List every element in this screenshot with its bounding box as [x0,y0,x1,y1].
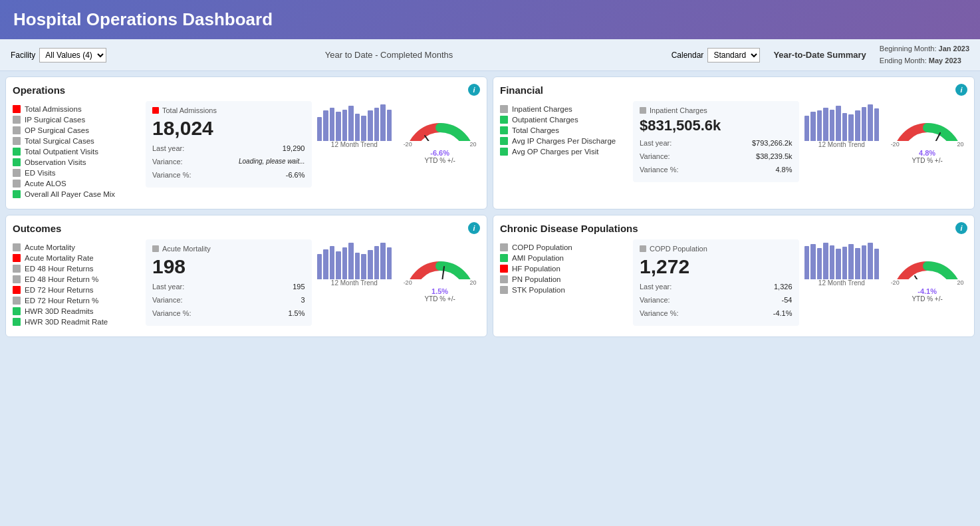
legend-item-ed-visits[interactable]: ED Visits [13,168,146,178]
chronic-panel: Chronic Disease Populations i COPD Popul… [493,215,975,337]
outcomes-metric-area: Acute Mortality 198 Last year: 195 Varia… [146,239,480,330]
bar [868,243,873,279]
legend-dot-red [13,105,21,113]
operations-panel: Operations i Total Admissions IP Surgica… [5,76,487,209]
chronic-metric-value: 1,272 [640,255,793,278]
legend-item-outpatient-visits[interactable]: Total Outpatient Visits [13,146,146,157]
bar [374,108,380,141]
chronic-info-icon[interactable]: i [955,222,967,234]
chronic-legend: COPD Population AMI Population HF Popula… [500,239,633,325]
outcomes-bar-chart [314,239,395,279]
legend-item-avg-ip-charges[interactable]: Avg IP Charges Per Discharge [500,136,633,146]
legend-item-total-charges[interactable]: Total Charges [500,125,633,136]
operations-info-icon[interactable]: i [468,84,480,96]
calendar-select[interactable]: Standard [707,48,760,63]
bar [804,116,810,142]
outcomes-metric-card: Acute Mortality 198 Last year: 195 Varia… [146,239,312,325]
legend-item-avg-op-charges[interactable]: Avg OP Charges per Visit [500,146,633,157]
chr-dot-gray2 [500,275,508,283]
financial-title: Financial i [500,84,967,96]
chr-dot-green1 [500,254,508,262]
legend-item-hwr30d-readmits[interactable]: HWR 30D Readmits [13,306,146,317]
operations-metric-label: Total Admissions [152,106,305,114]
bar [368,250,373,279]
outcomes-gauge-label: YTD % +/- [424,295,455,303]
fin-dot-green4 [500,148,508,156]
legend-item-total-surgical[interactable]: Total Surgical Cases [13,136,146,146]
legend-item-ip-surgical[interactable]: IP Surgical Cases [13,114,146,125]
bar [361,254,366,279]
bar [380,104,386,141]
ytd-summary-section: Year-to-Date Summary [773,50,866,60]
financial-metric-stats: Last year: $793,266.2k Variance: $38,239… [640,137,793,176]
chronic-bar-chart-block: 12 Month Trend [802,239,882,303]
legend-item-inpatient-charges[interactable]: Inpatient Charges [500,104,633,114]
legend-item-outpatient-charges[interactable]: Outpatient Charges [500,114,633,125]
fin-metric-dot [640,107,646,114]
ytd-summary-label: Year-to-Date Summary [773,50,866,60]
legend-item-case-mix[interactable]: Overall All Payer Case Mix [13,189,146,199]
chronic-metric-card: COPD Population 1,272 Last year: 1,326 V… [633,239,799,325]
bar [348,243,354,279]
facility-select[interactable]: All Values (4) [39,48,106,63]
legend-item-copd[interactable]: COPD Population [500,242,633,253]
out-dot-gray1 [13,243,21,251]
legend-item-acute-mortality-rate[interactable]: Acute Mortality Rate [13,253,146,263]
operations-gauge-value: -6.6% [430,149,449,157]
page-title: Hospital Operations Dashboard [13,9,967,30]
operations-metric-stats: Last year: 19,290 Variance: Loading, ple… [152,142,305,182]
financial-metric-label: Inpatient Charges [640,106,793,114]
chronic-title: Chronic Disease Populations i [500,222,967,234]
outcomes-title: Outcomes i [13,222,480,234]
legend-item-hf[interactable]: HF Population [500,263,633,274]
period-label: Year to Date - Completed Months [106,50,671,60]
outcomes-gauge-value: 1.5% [431,287,448,295]
financial-chart-label: 12 Month Trend [818,141,865,148]
outcomes-panel: Outcomes i Acute Mortality Acute Mortali… [5,215,487,337]
legend-item-acute-alos[interactable]: Acute ALOS [13,178,146,189]
legend-item-acute-mortality[interactable]: Acute Mortality [13,242,146,253]
legend-item-pn[interactable]: PN Population [500,274,633,285]
legend-item-ami[interactable]: AMI Population [500,253,633,263]
outcomes-metric-value: 198 [152,255,305,278]
legend-item-op-surgical[interactable]: OP Surgical Cases [13,125,146,136]
legend-item-ed72-returns[interactable]: ED 72 Hour Returns [13,285,146,295]
financial-info-icon[interactable]: i [955,84,967,96]
financial-inner: Inpatient Charges Outpatient Charges Tot… [500,101,967,182]
financial-bar-chart-block: 12 Month Trend [802,101,882,164]
bar [348,106,354,141]
financial-gauge-value: 4.8% [919,149,935,157]
legend-item-ed72-return-pct[interactable]: ED 72 Hour Return % [13,295,146,306]
bar [342,110,348,142]
bar [817,248,822,280]
bar [810,112,816,141]
out-dot-gray3 [13,275,21,283]
outcomes-inner: Acute Mortality Acute Mortality Rate ED … [13,239,480,330]
bar [330,108,335,141]
legend-item-ed48-returns[interactable]: ED 48 Hour Returns [13,263,146,274]
operations-gauge-label: YTD % +/- [424,157,455,164]
legend-item-hwr30d-rate[interactable]: HWR 30D Readmit Rate [13,317,146,327]
legend-item-ed48-return-pct[interactable]: ED 48 Hour Return % [13,274,146,285]
bar [355,253,360,279]
outcomes-gauge-block: -20 20 1.5% YTD % +/- [400,239,480,303]
outcomes-gauge-wrapper [404,239,477,279]
legend-item-observation-visits[interactable]: Observation Visits [13,157,146,168]
chronic-bar-chart [802,239,882,279]
legend-dot-gray4 [13,169,21,177]
chronic-metric-stats: Last year: 1,326 Variance: -54 Variance … [640,281,793,320]
bar [336,112,341,141]
outcomes-legend: Acute Mortality Acute Mortality Rate ED … [13,239,146,330]
outcomes-info-icon[interactable]: i [468,222,480,234]
bar [323,249,328,279]
operations-gauge-block: -20 20 -6.6% YTD % +/- [400,101,480,164]
legend-item-stk[interactable]: STK Population [500,285,633,295]
chronic-gauge-wrapper [891,239,964,279]
legend-item-total-admissions[interactable]: Total Admissions [13,104,146,114]
outcomes-bar-chart-block: 12 Month Trend [314,239,395,303]
bar [836,106,841,141]
outcomes-chart-label: 12 Month Trend [331,279,378,287]
calendar-section: Calendar Standard [672,48,761,63]
bar [323,110,328,141]
financial-gauge: -20 20 4.8% YTD % +/- [891,101,964,164]
